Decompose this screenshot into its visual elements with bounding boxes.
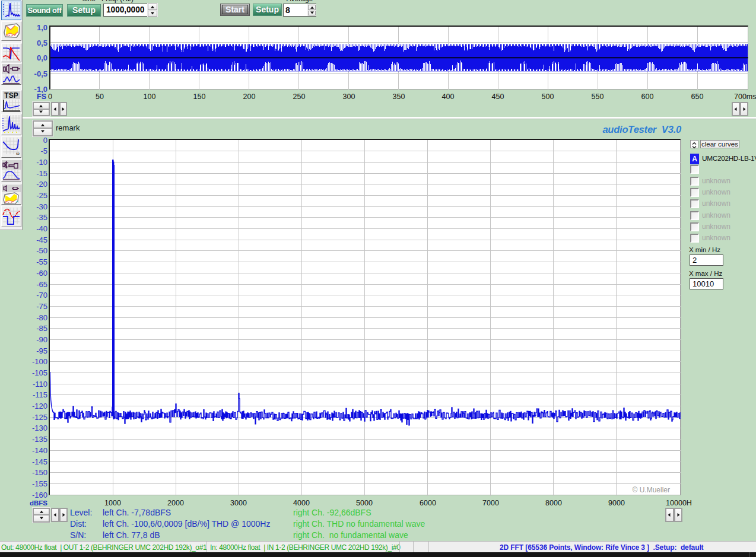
svg-text:© U.Mueller: © U.Mueller <box>632 486 670 494</box>
svg-text:ω: ω <box>16 150 20 156</box>
svg-text:TSP: TSP <box>4 91 18 100</box>
